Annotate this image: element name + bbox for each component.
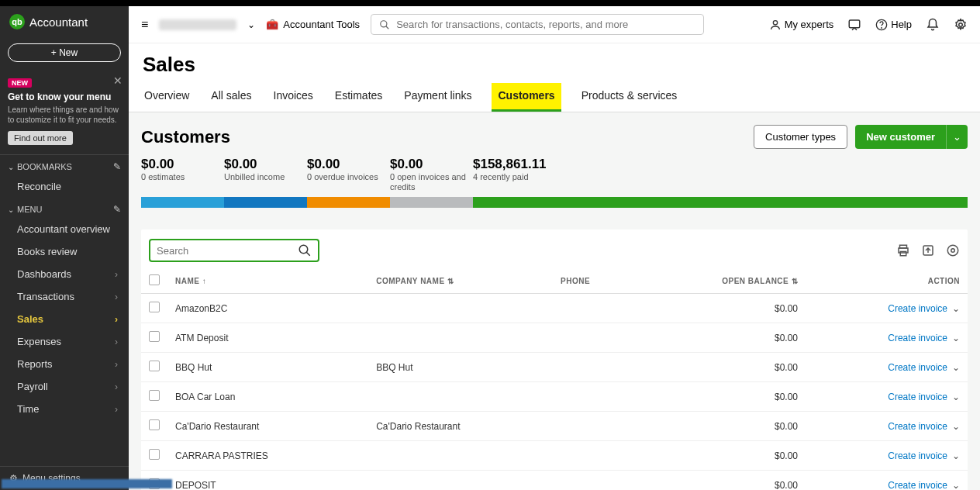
stat-block[interactable]: $0.000 estimates	[141, 157, 224, 192]
company-dropdown-icon[interactable]: ⌄	[247, 19, 255, 30]
col-balance[interactable]: OPEN BALANCE ⇅	[637, 268, 806, 294]
money-bar-segment[interactable]	[307, 197, 390, 208]
customer-types-button[interactable]: Customer types	[754, 125, 847, 149]
row-action-dropdown[interactable]: ⌄	[952, 303, 960, 314]
sidebar-item-time[interactable]: Time›	[0, 398, 129, 420]
money-bar-segment[interactable]	[141, 197, 224, 208]
edit-menu-icon[interactable]: ✎	[113, 204, 121, 215]
row-checkbox[interactable]	[149, 302, 160, 312]
page-title: Sales	[129, 43, 980, 83]
tab-estimates[interactable]: Estimates	[333, 83, 384, 112]
create-invoice-link[interactable]: Create invoice	[888, 392, 947, 402]
create-invoice-link[interactable]: Create invoice	[888, 362, 947, 373]
tab-overview[interactable]: Overview	[143, 83, 191, 112]
cell-name[interactable]: AmazonB2C	[167, 294, 368, 323]
row-action-dropdown[interactable]: ⌄	[952, 450, 960, 461]
money-bar-segment[interactable]	[390, 197, 473, 208]
row-action-dropdown[interactable]: ⌄	[952, 392, 960, 402]
cell-phone	[553, 382, 637, 412]
bell-icon[interactable]	[926, 18, 940, 32]
promo-cta-button[interactable]: Find out more	[8, 131, 73, 145]
select-all-checkbox[interactable]	[149, 274, 160, 285]
customer-search[interactable]	[149, 239, 319, 262]
row-checkbox[interactable]	[149, 449, 160, 460]
sidebar-item-sales[interactable]: Sales›	[0, 308, 129, 330]
global-search-input[interactable]	[396, 19, 695, 30]
promo-close-icon[interactable]: ✕	[113, 74, 122, 87]
table-row[interactable]: Ca'Dario RestaurantCa'Dario Restaurant$0…	[141, 412, 968, 441]
create-invoice-link[interactable]: Create invoice	[888, 450, 947, 461]
stat-block[interactable]: $0.000 overdue invoices	[307, 157, 390, 192]
cell-name[interactable]: DEPOSIT	[167, 471, 368, 490]
money-bar-segment[interactable]	[473, 197, 968, 208]
cell-name[interactable]: BBQ Hut	[167, 353, 368, 382]
table-row[interactable]: DEPOSIT$0.00Create invoice⌄	[141, 471, 968, 490]
bookmarks-header[interactable]: ⌄BOOKMARKS ✎	[0, 155, 129, 175]
row-checkbox[interactable]	[149, 390, 160, 401]
sidebar-item-reports[interactable]: Reports›	[0, 353, 129, 375]
create-invoice-link[interactable]: Create invoice	[888, 303, 947, 314]
stat-block[interactable]: $0.000 open invoices and credits	[390, 157, 473, 192]
export-icon[interactable]	[921, 243, 935, 257]
sidebar-item-payroll[interactable]: Payroll›	[0, 375, 129, 398]
tab-all-sales[interactable]: All sales	[209, 83, 253, 112]
cell-name[interactable]: Ca'Dario Restaurant	[167, 412, 368, 441]
col-name[interactable]: NAME ↑	[167, 268, 368, 294]
edit-bookmarks-icon[interactable]: ✎	[113, 161, 121, 172]
cell-balance: $0.00	[637, 294, 806, 323]
cell-name[interactable]: CARRARA PASTRIES	[167, 441, 368, 471]
print-icon[interactable]	[896, 243, 910, 257]
money-bar	[141, 197, 968, 208]
sidebar-bookmark[interactable]: Reconcile	[0, 175, 129, 198]
customer-search-input[interactable]	[157, 245, 298, 257]
table-row[interactable]: CARRARA PASTRIES$0.00Create invoice⌄	[141, 441, 968, 471]
new-customer-button[interactable]: New customer	[855, 125, 946, 149]
money-bar-segment[interactable]	[224, 197, 307, 208]
stat-block[interactable]: $158,861.114 recently paid	[473, 157, 968, 192]
search-icon[interactable]	[298, 243, 312, 257]
col-phone[interactable]: PHONE	[553, 268, 637, 294]
sidebar-item-accountant-overview[interactable]: Accountant overview	[0, 218, 129, 240]
cell-company: Ca'Dario Restaurant	[368, 412, 553, 441]
table-row[interactable]: AmazonB2C$0.00Create invoice⌄	[141, 294, 968, 323]
row-action-dropdown[interactable]: ⌄	[952, 333, 960, 343]
sidebar-item-expenses[interactable]: Expenses›	[0, 330, 129, 353]
row-checkbox[interactable]	[149, 419, 160, 430]
row-checkbox[interactable]	[149, 331, 160, 342]
sidebar-item-transactions[interactable]: Transactions›	[0, 285, 129, 308]
create-invoice-link[interactable]: Create invoice	[888, 333, 947, 343]
cell-name[interactable]: BOA Car Loan	[167, 382, 368, 412]
create-invoice-link[interactable]: Create invoice	[888, 480, 947, 490]
table-settings-icon[interactable]	[946, 243, 960, 257]
col-company[interactable]: COMPANY NAME ⇅	[368, 268, 553, 294]
row-action-dropdown[interactable]: ⌄	[952, 421, 960, 432]
sidebar-item-dashboards[interactable]: Dashboards›	[0, 263, 129, 285]
row-action-dropdown[interactable]: ⌄	[952, 480, 960, 490]
my-experts[interactable]: My experts	[769, 19, 834, 31]
feedback-icon[interactable]	[847, 18, 861, 32]
tab-customers[interactable]: Customers	[492, 83, 561, 112]
accountant-tools[interactable]: 🧰 Accountant Tools	[266, 19, 360, 30]
help[interactable]: Help	[875, 19, 912, 31]
table-row[interactable]: BOA Car Loan$0.00Create invoice⌄	[141, 382, 968, 412]
table-row[interactable]: ATM Deposit$0.00Create invoice⌄	[141, 323, 968, 353]
stat-block[interactable]: $0.00Unbilled income	[224, 157, 307, 192]
tab-payment-links[interactable]: Payment links	[402, 83, 473, 112]
row-action-dropdown[interactable]: ⌄	[952, 362, 960, 373]
new-customer-dropdown[interactable]: ⌄	[946, 125, 968, 149]
hamburger-icon[interactable]: ≡	[141, 18, 148, 32]
tab-invoices[interactable]: Invoices	[272, 83, 315, 112]
create-invoice-link[interactable]: Create invoice	[888, 421, 947, 432]
tab-products-services[interactable]: Products & services	[580, 83, 679, 112]
settings-gear-icon[interactable]	[954, 18, 968, 32]
cell-name[interactable]: ATM Deposit	[167, 323, 368, 353]
company-name-blurred[interactable]	[159, 19, 236, 30]
menu-header[interactable]: ⌄MENU ✎	[0, 198, 129, 218]
sidebar-item-books-review[interactable]: Books review	[0, 240, 129, 263]
new-button[interactable]: + New	[8, 43, 121, 62]
cell-balance: $0.00	[637, 412, 806, 441]
cell-company	[368, 471, 553, 490]
global-search[interactable]	[371, 14, 704, 35]
row-checkbox[interactable]	[149, 361, 160, 371]
table-row[interactable]: BBQ HutBBQ Hut$0.00Create invoice⌄	[141, 353, 968, 382]
